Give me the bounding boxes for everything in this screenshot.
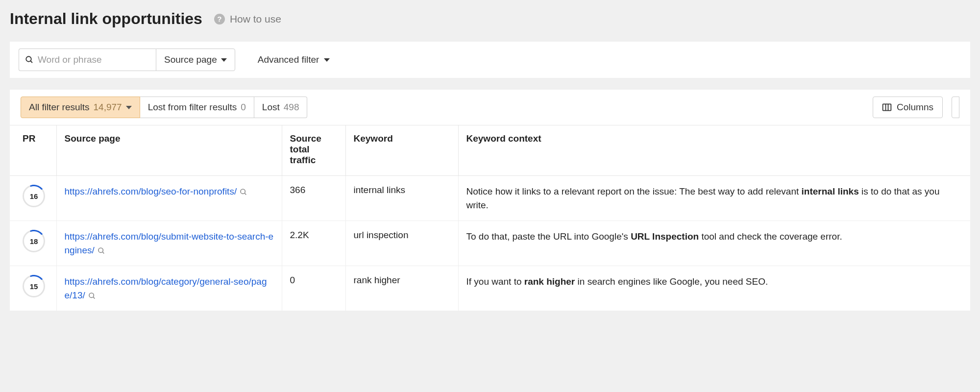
tab-count: 0 bbox=[241, 102, 246, 113]
source-page-dropdown[interactable]: Source page bbox=[156, 49, 235, 71]
svg-rect-2 bbox=[883, 104, 891, 110]
advanced-filter-dropdown[interactable]: Advanced filter bbox=[250, 49, 338, 71]
source-traffic-value: 0 bbox=[282, 266, 345, 311]
source-page-link[interactable]: https://ahrefs.com/blog/seo-for-nonprofi… bbox=[65, 186, 237, 196]
pr-badge: 16 bbox=[23, 185, 45, 207]
col-header-keyword-context[interactable]: Keyword context bbox=[458, 125, 970, 176]
keyword-value: internal links bbox=[345, 176, 458, 221]
tab-label: Lost bbox=[262, 102, 280, 113]
columns-icon bbox=[882, 103, 892, 112]
chevron-down-icon bbox=[126, 106, 132, 109]
search-icon bbox=[25, 55, 34, 64]
columns-button[interactable]: Columns bbox=[873, 97, 943, 118]
pr-badge: 18 bbox=[23, 230, 45, 252]
results-table: PR Source page Source total traffic Keyw… bbox=[10, 125, 970, 311]
result-tabs: All filter results 14,977 Lost from filt… bbox=[21, 97, 307, 118]
keyword-value: rank higher bbox=[345, 266, 458, 311]
search-input[interactable] bbox=[38, 54, 150, 65]
svg-point-0 bbox=[26, 56, 31, 62]
inspect-icon[interactable] bbox=[240, 188, 247, 196]
keyword-value: url inspection bbox=[345, 221, 458, 266]
search-box[interactable] bbox=[19, 49, 156, 71]
tab-all-filter-results[interactable]: All filter results 14,977 bbox=[21, 97, 140, 118]
inspect-icon[interactable] bbox=[98, 247, 105, 255]
tab-count: 14,977 bbox=[94, 102, 122, 113]
svg-point-9 bbox=[89, 293, 94, 297]
source-page-label: Source page bbox=[164, 54, 217, 65]
tab-count: 498 bbox=[284, 102, 299, 113]
table-row: 16https://ahrefs.com/blog/seo-for-nonpro… bbox=[10, 176, 970, 221]
filter-bar: Source page Advanced filter bbox=[10, 42, 970, 78]
page-title: Internal link opportunities bbox=[10, 10, 202, 28]
svg-line-10 bbox=[93, 297, 95, 298]
how-to-use-link[interactable]: ? How to use bbox=[214, 13, 281, 25]
help-icon: ? bbox=[214, 14, 225, 24]
tab-lost-from-filter[interactable]: Lost from filter results 0 bbox=[140, 97, 254, 118]
col-header-pr[interactable]: PR bbox=[10, 125, 56, 176]
how-to-use-label: How to use bbox=[230, 13, 281, 25]
col-header-source-traffic[interactable]: Source total traffic bbox=[282, 125, 345, 176]
col-header-keyword[interactable]: Keyword bbox=[345, 125, 458, 176]
advanced-filter-label: Advanced filter bbox=[258, 54, 319, 65]
keyword-context-value: To do that, paste the URL into Google's … bbox=[458, 221, 970, 266]
tab-label: All filter results bbox=[29, 102, 90, 113]
inspect-icon[interactable] bbox=[88, 292, 96, 300]
keyword-context-value: If you want to rank higher in search eng… bbox=[458, 266, 970, 311]
table-row: 15https://ahrefs.com/blog/category/gener… bbox=[10, 266, 970, 311]
source-page-link[interactable]: https://ahrefs.com/blog/submit-website-t… bbox=[65, 231, 274, 255]
tab-label: Lost from filter results bbox=[148, 102, 237, 113]
svg-line-8 bbox=[102, 252, 104, 253]
chevron-down-icon bbox=[221, 58, 227, 62]
keyword-context-value: Notice how it links to a relevant report… bbox=[458, 176, 970, 221]
overflow-button[interactable] bbox=[952, 97, 959, 118]
source-traffic-value: 366 bbox=[282, 176, 345, 221]
columns-label: Columns bbox=[897, 102, 933, 113]
col-header-source-page[interactable]: Source page bbox=[56, 125, 282, 176]
tab-lost[interactable]: Lost 498 bbox=[254, 97, 308, 118]
results-panel: All filter results 14,977 Lost from filt… bbox=[10, 90, 970, 311]
table-row: 18https://ahrefs.com/blog/submit-website… bbox=[10, 221, 970, 266]
chevron-down-icon bbox=[324, 58, 330, 62]
svg-line-1 bbox=[30, 61, 32, 63]
pr-badge: 15 bbox=[23, 275, 45, 297]
source-traffic-value: 2.2K bbox=[282, 221, 345, 266]
svg-line-6 bbox=[245, 193, 246, 195]
svg-point-5 bbox=[241, 189, 245, 194]
svg-point-7 bbox=[98, 248, 103, 252]
